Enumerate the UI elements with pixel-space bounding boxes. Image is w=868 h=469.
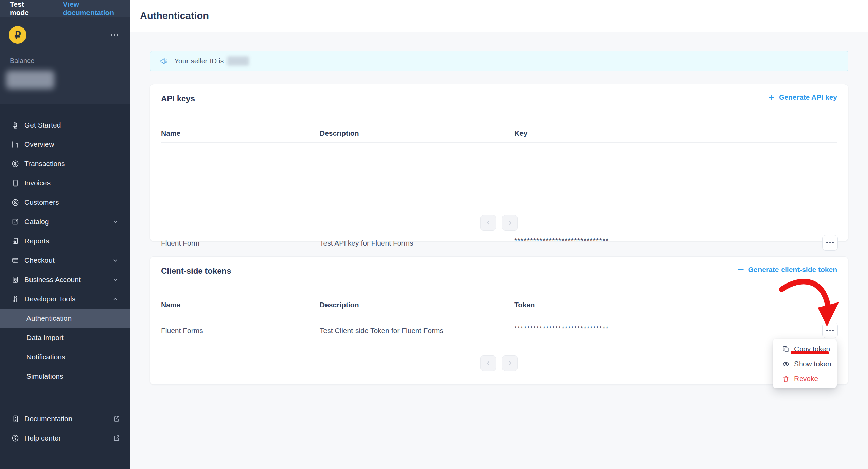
building-icon [11,276,19,284]
invoice-icon [11,179,19,187]
api-keys-card: API keys Generate API key Name Descripti… [150,84,848,241]
help-circle-icon [11,434,19,442]
pagination-next-button[interactable] [502,215,518,231]
sidebar-item-label: Documentation [24,415,72,423]
client-tokens-pagination [150,355,848,371]
rocket-icon [11,121,19,129]
api-keys-pagination [150,215,848,231]
table-header-divider [161,315,837,315]
sidebar-item-label: Customers [24,198,59,207]
table-header-divider [161,142,837,143]
api-key-description: Test API key for Fluent Forms [320,239,413,247]
client-tokens-table-header: Name Description Token [161,296,837,314]
sidebar-item-overview[interactable]: Overview [0,135,130,154]
sidebar-item-checkout[interactable]: Checkout [0,251,130,270]
sidebar-item-label: Get Started [24,121,61,129]
copy-icon [782,345,790,353]
api-key-name: Fluent Form [161,239,199,247]
generate-client-token-button[interactable]: Generate client-side token [737,266,837,274]
client-tokens-title: Client-side tokens [161,266,231,276]
chevron-right-icon [507,219,513,226]
client-tokens-card: Client-side tokens Generate client-side … [150,256,848,385]
page-header: Authentication [130,0,868,32]
sidebar-item-invoices[interactable]: Invoices [0,173,130,193]
sidebar-item-get-started[interactable]: Get Started [0,115,130,135]
sidebar-item-label: Reports [24,237,50,245]
column-header-description: Description [320,301,359,309]
chevron-down-icon [112,257,119,264]
client-token-name: Fluent Forms [161,327,203,335]
sidebar-account-header: ₽ Balance [0,17,130,104]
external-link-icon [113,434,120,442]
column-header-key: Key [514,129,528,137]
main-content: Authentication Your seller ID is API key… [130,0,868,469]
api-keys-table-header: Name Description Key [161,124,837,142]
column-header-token: Token [514,301,535,309]
chevron-right-icon [507,360,513,367]
generate-api-key-label: Generate API key [779,93,837,101]
generate-api-key-button[interactable]: Generate API key [768,93,837,101]
client-token-description: Test Client-side Token for Fluent Forms [320,327,443,335]
sidebar-item-data-import[interactable]: Data Import [0,328,130,347]
pagination-prev-button[interactable] [480,215,496,231]
sidebar-subitem-label: Simulations [26,372,63,380]
column-header-name: Name [161,301,180,309]
credit-card-icon [11,256,19,265]
revoke-menu-item[interactable]: Revoke [773,371,837,386]
sidebar-item-business-account[interactable]: Business Account [0,270,130,289]
sidebar-footer: Documentation Help center [0,409,130,448]
sidebar-subitem-label: Data Import [26,334,64,342]
sidebar-item-customers[interactable]: Customers [0,193,130,212]
sidebar-item-reports[interactable]: Reports [0,231,130,251]
user-circle-icon [11,198,19,207]
megaphone-icon [159,57,169,66]
menu-item-label: Show token [794,360,831,368]
bar-chart-icon [11,140,19,149]
show-token-menu-item[interactable]: Show token [773,356,837,371]
test-mode-label: Test mode [10,0,44,17]
pagination-prev-button[interactable] [480,355,496,371]
account-menu-button[interactable] [108,32,121,38]
catalog-icon [11,218,19,226]
menu-item-label: Revoke [794,375,818,383]
sidebar-item-label: Business Account [24,276,81,284]
sidebar-item-help-center[interactable]: Help center [0,428,130,448]
sidebar-item-transactions[interactable]: Transactions [0,154,130,173]
sidebar: ₽ Balance Get Started Overview Transacti… [0,17,130,469]
sidebar-item-label: Developer Tools [24,295,75,303]
sidebar-item-documentation[interactable]: Documentation [0,409,130,428]
trash-icon [782,375,790,383]
seller-id-redacted-value [227,56,249,66]
view-documentation-link[interactable]: View documentation [63,0,130,17]
sidebar-item-catalog[interactable]: Catalog [0,212,130,231]
report-icon [11,237,19,245]
client-token-row-actions-button[interactable] [822,323,838,338]
eye-icon [782,360,790,368]
client-token-masked-value: ****************************** [514,325,609,332]
column-header-description: Description [320,129,359,137]
generate-client-token-label: Generate client-side token [748,266,837,274]
column-header-name: Name [161,129,180,137]
chevron-left-icon [485,360,492,367]
api-key-row-actions-button[interactable] [822,235,838,251]
sidebar-item-notifications[interactable]: Notifications [0,347,130,367]
plus-icon [737,266,745,273]
sidebar-item-label: Help center [24,434,61,442]
sidebar-item-label: Invoices [24,179,51,187]
sidebar-item-label: Transactions [24,160,65,168]
document-icon [11,415,19,423]
sidebar-footer-divider [0,400,130,400]
pagination-next-button[interactable] [502,355,518,371]
page-title: Authentication [140,10,209,21]
sidebar-item-authentication[interactable]: Authentication [0,309,130,328]
copy-token-menu-item[interactable]: Copy token [773,341,837,356]
sidebar-item-developer-tools[interactable]: Developer Tools [0,289,130,309]
plus-icon [768,94,775,101]
menu-item-label: Copy token [794,345,830,353]
balance-label: Balance [10,57,34,65]
sidebar-item-simulations[interactable]: Simulations [0,367,130,386]
chevron-down-icon [112,276,119,284]
sidebar-subitem-label: Authentication [26,314,72,323]
sidebar-item-label: Overview [24,140,54,149]
table-row-divider [161,178,837,178]
